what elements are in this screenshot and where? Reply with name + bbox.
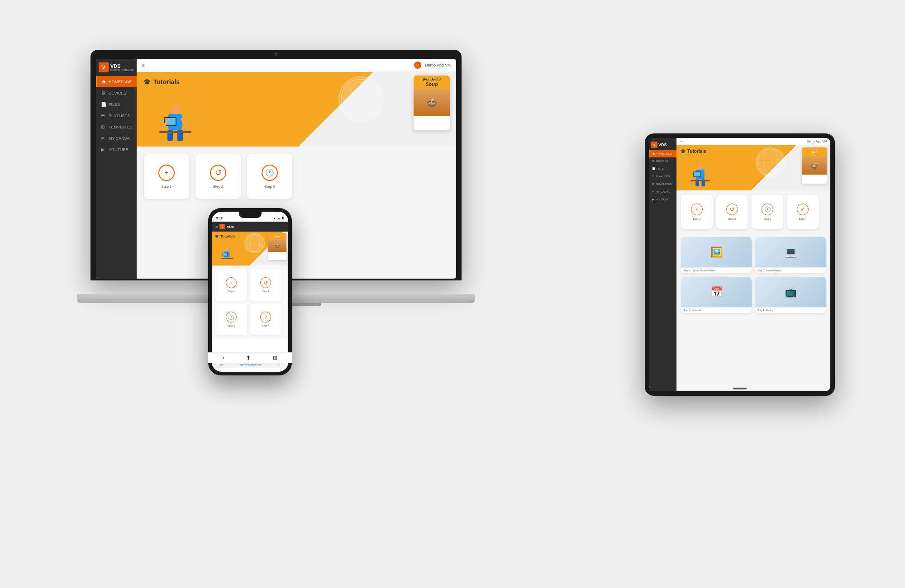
tablet-step-1-label: Step 1 — [693, 218, 700, 220]
tutorial-card-3[interactable]: 📅 Step 3 - Schedule — [681, 277, 752, 313]
phone-step-card-2[interactable]: ↺ Step 2 — [250, 269, 281, 301]
tablet-nav-mycanva[interactable]: ✏ MY CANVA — [649, 188, 676, 195]
tablet-step-card-2[interactable]: ↺ Step 2 — [716, 195, 748, 229]
phone-device: 5:17 ▲ ▲ ▮ ≡ V VDS — [208, 208, 292, 375]
phone-soup-image: 🍲 — [268, 239, 286, 252]
tutorial-card-4[interactable]: 📺 Step 4 - Deploy — [755, 277, 826, 313]
browser-url[interactable]: app.vdsignage.com — [240, 363, 262, 366]
playlists-icon: ☰ — [101, 113, 106, 118]
tutorial-card-2-image: 💻 — [755, 237, 826, 267]
tablet-home-button[interactable] — [733, 388, 747, 389]
tablet-nav: 🏠 HOMEPAGE 🖥 DEVICES 📄 FILES ☰ PLAYLISTS… — [649, 150, 676, 203]
phone-tabs-icon[interactable]: ⊞ — [273, 355, 277, 361]
tablet-logo-icon: V — [651, 142, 657, 148]
step-1-label: Step 1 — [161, 185, 171, 189]
tablet-nav-playlists[interactable]: ☰ PLAYLISTS — [649, 172, 676, 180]
phone-steps-area: + Step 1 ↺ Step 2 🕐 Step 3 — [212, 266, 288, 339]
sidebar-item-youtube[interactable]: ▶ YOUTUBE — [96, 144, 137, 155]
tutorial-card-2[interactable]: 💻 Step 2 - Create Playlist — [755, 237, 826, 273]
step-2-label: Step 2 — [213, 185, 223, 189]
laptop-nav: 🏠 HOMEPAGE 🖥 DEVICES 📄 FILES — [96, 76, 137, 155]
laptop-hero-banner: 🎓 Tutorials — [137, 72, 456, 147]
tablet-nav-devices[interactable]: 🖥 DEVICES — [649, 157, 676, 165]
phone-soup-card: Soup 🍲 — [268, 233, 286, 260]
tutorial-card-4-label: Step 4 - Deploy — [755, 307, 826, 313]
svg-rect-21 — [691, 180, 710, 181]
soup-header-text: Wonderful Soup — [422, 77, 441, 88]
phone-person-svg — [219, 245, 235, 266]
tutorial-card-3-label: Step 3 - Schedule — [681, 307, 752, 313]
sidebar-item-homepage[interactable]: 🏠 HOMEPAGE — [96, 76, 137, 87]
logo-icon: V — [99, 62, 109, 72]
tablet-soup-header-text: Soup — [811, 151, 817, 153]
topbar-right: ? Demo App VN — [414, 62, 451, 69]
svg-rect-23 — [694, 172, 700, 177]
laptop-steps-area: + Step 1 ↺ Step 2 🕐 Step 3 — [137, 147, 456, 206]
phone-page-title: Tutorials — [220, 234, 235, 238]
tablet-page-title: Tutorials — [687, 149, 706, 154]
svg-point-5 — [171, 105, 180, 114]
tablet-hero-title: 🎓 Tutorials — [680, 149, 706, 154]
phone-step-card-1[interactable]: + Step 1 — [215, 269, 247, 301]
tablet-screen: V VDS 🏠 HOMEPAGE 🖥 DEVICES 📄 FILES ☰ PLA… — [649, 138, 830, 391]
browser-aa: AA — [219, 363, 223, 366]
step-card-3[interactable]: 🕐 Step 3 — [247, 154, 292, 199]
scene: V VDS DIGITAL SIGNAGE 🏠 HOMEPAGE — [0, 0, 905, 588]
svg-rect-29 — [221, 258, 233, 259]
tablet-topbar: ≡ Demo App VN — [676, 138, 830, 145]
tablet-step-1-icon: + — [691, 204, 703, 215]
logo-text: VDS DIGITAL SIGNAGE — [110, 63, 134, 71]
laptop-camera — [274, 52, 278, 56]
sidebar-item-playlists[interactable]: ☰ PLAYLISTS — [96, 110, 137, 121]
phone-body: 5:17 ▲ ▲ ▮ ≡ V VDS — [208, 208, 292, 375]
tablet-step-card-4[interactable]: ✓ Step 4 — [787, 195, 819, 229]
hero-person-illustration — [155, 101, 195, 147]
step-card-2[interactable]: ↺ Step 2 — [195, 154, 241, 199]
tablet-hero: 🎓 Tutorials — [676, 145, 830, 190]
help-button[interactable]: ? — [414, 62, 421, 69]
phone-step-1-icon: + — [226, 277, 237, 288]
phone-step-card-3[interactable]: 🕐 Step 3 — [215, 303, 247, 335]
sidebar-item-mycanva[interactable]: ✏ MY CANVA — [96, 133, 137, 144]
sidebar-item-devices[interactable]: 🖥 DEVICES — [96, 87, 137, 99]
templates-icon: ⊞ — [101, 124, 106, 129]
tablet-nav-templates[interactable]: ⊞ TEMPLATES — [649, 180, 676, 188]
tablet-user-label: Demo App VN — [807, 140, 827, 143]
browser-refresh-icon[interactable]: ↺ — [278, 363, 281, 366]
tutorial-card-1[interactable]: 🖼️ Step 1 - Upload Pictures/Videos — [681, 237, 752, 273]
phone-step-2-label: Step 2 — [262, 290, 269, 293]
phone-menu-icon: ≡ — [215, 224, 218, 229]
tablet-body: V VDS 🏠 HOMEPAGE 🖥 DEVICES 📄 FILES ☰ PLA… — [645, 133, 835, 396]
phone-step-4-label: Step 4 — [262, 324, 269, 327]
phone-share-icon[interactable]: ⬆ — [246, 355, 251, 361]
tablet-step-card-3[interactable]: 🕐 Step 3 — [752, 195, 783, 229]
sidebar-item-templates[interactable]: ⊞ TEMPLATES — [96, 121, 137, 133]
phone-time: 5:17 — [216, 217, 223, 220]
tablet-nav-youtube[interactable]: ▶ YOUTUBE — [649, 195, 676, 203]
tablet-nav-homepage[interactable]: 🏠 HOMEPAGE — [649, 150, 676, 157]
soup-card-header: Wonderful Soup — [414, 76, 450, 89]
tablet-sidebar: V VDS 🏠 HOMEPAGE 🖥 DEVICES 📄 FILES ☰ PLA… — [649, 138, 676, 391]
youtube-icon: ▶ — [101, 147, 106, 152]
sidebar-item-files[interactable]: 📄 FILES — [96, 99, 137, 110]
logo-letter: V — [102, 65, 105, 70]
phone-steps-row-2: 🕐 Step 3 ✓ Step 4 — [215, 303, 285, 335]
tablet-nav-files[interactable]: 📄 FILES — [649, 165, 676, 172]
hero-globe — [338, 76, 384, 122]
tablet-logo: V VDS — [649, 140, 676, 150]
tablet-person-svg — [688, 161, 713, 190]
tablet-device: V VDS 🏠 HOMEPAGE 🖥 DEVICES 📄 FILES ☰ PLA… — [645, 133, 835, 396]
phone-step-3-icon: 🕐 — [226, 312, 237, 322]
phone-globe — [244, 233, 265, 253]
user-label: Demo App VN — [425, 63, 451, 67]
phone-soup-header: Soup — [268, 233, 286, 239]
tablet-step-card-1[interactable]: + Step 1 — [681, 195, 713, 229]
phone-step-card-4[interactable]: ✓ Step 4 — [250, 303, 281, 335]
tablet-step-3-icon: 🕐 — [762, 204, 773, 215]
files-icon: 📄 — [101, 102, 106, 107]
step-card-1[interactable]: + Step 1 — [144, 154, 189, 199]
phone-step-2-icon: ↺ — [260, 277, 271, 288]
phone-back-icon[interactable]: ‹ — [223, 355, 224, 361]
phone-step-1-label: Step 1 — [228, 290, 235, 293]
devices-icon: 🖥 — [101, 90, 106, 95]
